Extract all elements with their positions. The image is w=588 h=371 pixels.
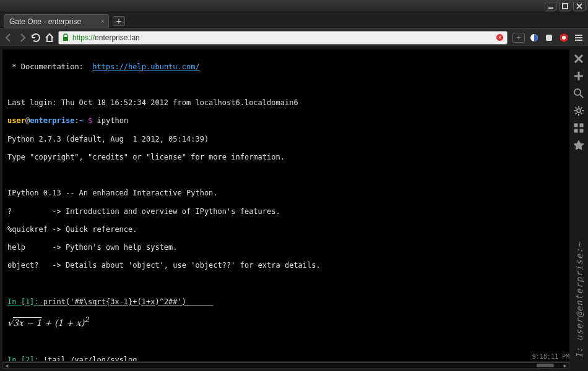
adblock-icon[interactable] <box>558 32 569 43</box>
home-icon[interactable] <box>45 33 54 43</box>
window-close-button[interactable] <box>573 2 586 11</box>
svg-rect-1 <box>63 37 68 41</box>
tab-title: Gate One - enterprise <box>9 17 81 26</box>
window-titlebar <box>0 0 588 12</box>
session-label: 1: user@enterprise:~ <box>574 242 584 359</box>
new-tab-button[interactable]: + <box>113 16 125 26</box>
address-bar[interactable]: https://enterprise.lan × <box>58 31 508 45</box>
in-1: In [1]: print('##\sqrt{3x-1}+(1+x)^2##') <box>7 297 564 307</box>
terminal[interactable]: * Documentation: https://help.ubuntu.com… <box>2 49 569 361</box>
terminal-scrollbar[interactable]: ◀ ▶ <box>2 362 569 369</box>
url-scheme: https:// <box>72 33 95 42</box>
extension-icon-2[interactable] <box>543 32 555 43</box>
scroll-left-icon[interactable]: ◀ <box>3 363 11 368</box>
extension-icon-1[interactable] <box>529 32 540 43</box>
grid-icon[interactable] <box>573 122 584 134</box>
reload-icon[interactable] <box>31 33 41 43</box>
star-icon[interactable] <box>573 140 584 151</box>
svg-rect-10 <box>574 129 577 132</box>
back-icon[interactable] <box>4 33 14 43</box>
gear-icon[interactable] <box>573 105 584 116</box>
new-terminal-icon[interactable] <box>573 70 584 82</box>
window-minimize-button[interactable] <box>545 2 557 11</box>
in-2: In [2]: !tail /var/log/syslog <box>7 356 564 361</box>
gateone-sidebar <box>571 49 587 151</box>
svg-rect-9 <box>580 124 583 127</box>
doc-line: * Documentation: https://help.ubuntu.com… <box>7 62 564 72</box>
scroll-right-icon[interactable]: ▶ <box>561 363 569 368</box>
scroll-thumb[interactable] <box>537 364 554 367</box>
terminal-clock: 9:18:11 PM <box>532 353 569 360</box>
svg-point-7 <box>577 109 581 113</box>
svg-rect-11 <box>580 129 583 132</box>
svg-rect-0 <box>563 4 568 9</box>
lock-icon <box>61 33 70 42</box>
shell-prompt: user@enterprise:~ $ ipython <box>7 116 564 126</box>
browser-toolbar: https://enterprise.lan × + <box>0 28 588 47</box>
svg-point-5 <box>562 36 566 40</box>
add-bookmark-button[interactable]: + <box>512 33 525 43</box>
forward-icon[interactable] <box>17 33 27 43</box>
tab-close-icon[interactable]: × <box>101 17 105 25</box>
menu-icon[interactable] <box>573 32 584 43</box>
svg-point-6 <box>574 89 581 95</box>
url-host: enterprise.lan <box>95 33 140 42</box>
last-login: Last login: Thu Oct 18 16:52:34 2012 fro… <box>7 98 564 108</box>
close-terminal-icon[interactable] <box>573 53 584 64</box>
svg-rect-3 <box>546 35 552 41</box>
stop-icon[interactable]: × <box>496 34 503 41</box>
browser-tab-active[interactable]: Gate One - enterprise × <box>4 14 109 28</box>
search-icon[interactable] <box>573 88 584 99</box>
svg-rect-8 <box>574 124 577 127</box>
browser-tabstrip: Gate One - enterprise × + <box>0 12 588 28</box>
window-maximize-button[interactable] <box>559 2 571 11</box>
math-output-1: √3𝑥 − 1 + (1 + 𝑥)2 <box>7 315 564 328</box>
help-link[interactable]: https://help.ubuntu.com/ <box>92 62 199 71</box>
